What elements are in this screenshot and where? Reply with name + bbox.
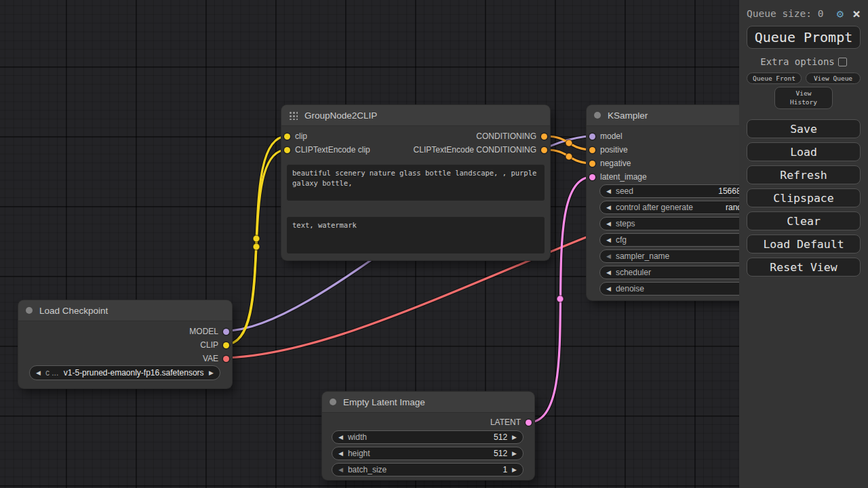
node-groupnode2clip[interactable]: GroupNode2CLIP clip CONDITIONING CLIPTex…	[281, 105, 550, 260]
node-load-checkpoint[interactable]: Load Checkpoint MODEL CLIP VAE ◀ c ... v…	[18, 300, 232, 388]
collapse-dot-icon[interactable]	[330, 399, 336, 405]
input-port-clip[interactable]: clip	[284, 131, 307, 141]
ckpt-name-widget[interactable]: ◀ c ... v1-5-pruned-emaonly-fp16.safeten…	[29, 365, 220, 380]
node-header[interactable]: Empty Latent Image	[322, 392, 534, 413]
prev-option-arrow-icon[interactable]: ◀	[36, 369, 41, 376]
view-history-button[interactable]: View History	[774, 87, 833, 109]
port-dot-model[interactable]	[223, 329, 229, 335]
increment-arrow-icon[interactable]: ▶	[512, 450, 517, 457]
decrement-arrow-icon[interactable]: ◀	[606, 237, 611, 243]
output-port-cliptextencode-conditioning[interactable]: CLIPTextEncode CONDITIONING	[414, 145, 547, 155]
reset-view-button[interactable]: Reset View	[747, 258, 861, 277]
input-port-negative[interactable]: negative	[589, 159, 631, 168]
decrement-arrow-icon[interactable]: ◀	[606, 188, 611, 195]
clipspace-button[interactable]: Clipspace	[747, 188, 861, 207]
load-default-button[interactable]: Load Default	[747, 235, 861, 253]
close-icon[interactable]: ×	[852, 7, 861, 20]
output-port-latent[interactable]: LATENT	[490, 418, 532, 427]
next-option-arrow-icon[interactable]: ▶	[209, 369, 214, 376]
port-dot-latent[interactable]	[589, 174, 595, 180]
collapse-dot-icon[interactable]	[26, 307, 33, 314]
queue-prompt-button[interactable]: Queue Prompt	[747, 26, 861, 49]
decrement-arrow-icon[interactable]: ◀	[606, 204, 611, 211]
decrement-arrow-icon[interactable]: ◀	[606, 285, 611, 292]
positive-prompt-textarea[interactable]: beautiful scenery nature glass bottle la…	[287, 165, 545, 201]
port-dot-conditioning[interactable]	[541, 147, 547, 153]
output-port-clip[interactable]: CLIP	[200, 340, 229, 350]
decrement-arrow-icon[interactable]: ◀	[338, 434, 343, 441]
control-sidebar: Queue size: 0 ⚙ × Queue Prompt Extra opt…	[739, 0, 868, 488]
port-dot-clip[interactable]	[284, 147, 290, 153]
input-port-latent-image[interactable]: latent_image	[589, 172, 647, 182]
port-dot-conditioning[interactable]	[589, 161, 595, 167]
output-port-model[interactable]: MODEL	[189, 327, 229, 336]
group-grid-icon[interactable]	[289, 111, 298, 120]
decrement-arrow-icon[interactable]: ◀	[606, 253, 611, 260]
extra-options-checkbox[interactable]	[838, 58, 847, 66]
settings-gear-icon[interactable]: ⚙	[837, 7, 844, 20]
node-title: KSampler	[608, 110, 648, 121]
node-header[interactable]: Load Checkpoint	[18, 300, 232, 321]
port-dot-model[interactable]	[589, 134, 595, 140]
refresh-button[interactable]: Refresh	[747, 165, 861, 184]
port-dot-conditioning[interactable]	[589, 147, 595, 153]
node-header[interactable]: GroupNode2CLIP	[281, 105, 550, 126]
node-empty-latent-image[interactable]: Empty Latent Image LATENT ◀ width 512 ▶ …	[322, 392, 534, 480]
collapse-dot-icon[interactable]	[594, 112, 601, 119]
node-title: GroupNode2CLIP	[304, 110, 377, 121]
port-dot-vae[interactable]	[223, 356, 229, 362]
node-title: Empty Latent Image	[343, 397, 425, 407]
input-port-model[interactable]: model	[589, 131, 623, 141]
port-dot-latent[interactable]	[526, 420, 532, 426]
view-queue-button[interactable]: View Queue	[806, 73, 861, 84]
input-port-cliptextencode-clip[interactable]: CLIPTextEncode clip	[284, 145, 370, 155]
decrement-arrow-icon[interactable]: ◀	[606, 269, 611, 276]
width-widget[interactable]: ◀ width 512 ▶	[332, 430, 524, 444]
decrement-arrow-icon[interactable]: ◀	[606, 220, 611, 227]
negative-prompt-textarea[interactable]: text, watermark	[287, 217, 545, 253]
queue-front-button[interactable]: Queue Front	[747, 73, 802, 84]
output-port-vae[interactable]: VAE	[203, 354, 229, 363]
clear-button[interactable]: Clear	[747, 211, 861, 230]
decrement-arrow-icon[interactable]: ◀	[338, 450, 343, 457]
port-dot-clip[interactable]	[223, 342, 229, 348]
node-title: Load Checkpoint	[39, 306, 108, 316]
increment-arrow-icon[interactable]: ▶	[512, 466, 517, 473]
increment-arrow-icon[interactable]: ▶	[512, 434, 517, 441]
port-dot-clip[interactable]	[284, 134, 290, 140]
load-button[interactable]: Load	[747, 142, 861, 161]
height-widget[interactable]: ◀ height 512 ▶	[332, 447, 524, 460]
batch-size-widget[interactable]: ◀ batch_size 1 ▶	[332, 463, 524, 476]
port-dot-conditioning[interactable]	[541, 134, 547, 140]
decrement-arrow-icon[interactable]: ◀	[338, 466, 343, 473]
output-port-conditioning[interactable]: CONDITIONING	[476, 131, 547, 141]
save-button[interactable]: Save	[747, 119, 861, 138]
node-graph-canvas[interactable]: GroupNode2CLIP clip CONDITIONING CLIPTex…	[0, 0, 868, 488]
extra-options-label: Extra options	[760, 56, 835, 67]
input-port-positive[interactable]: positive	[589, 145, 628, 155]
queue-size-label: Queue size: 0	[747, 8, 837, 19]
